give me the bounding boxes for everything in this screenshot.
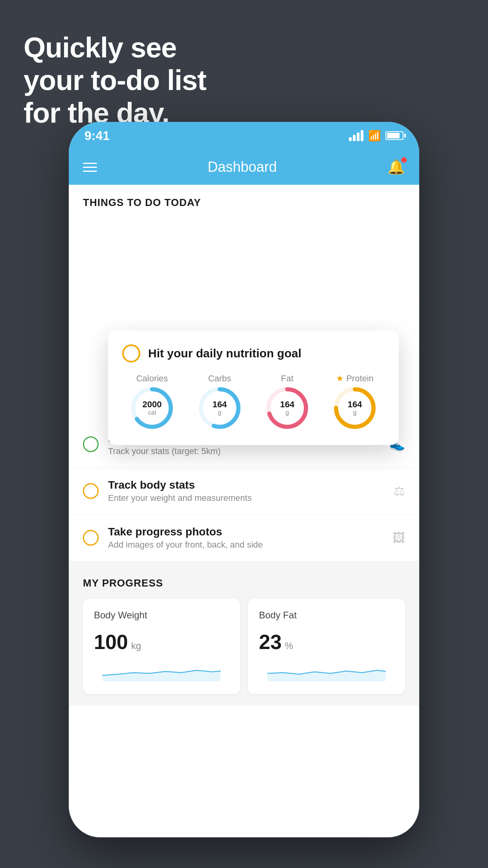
wifi-icon: 📶 — [368, 130, 381, 142]
protein-donut: 164 g — [334, 387, 376, 429]
progress-cards: Body Weight 100 kg Body Fat 23 % — [83, 599, 405, 694]
things-heading: THINGS TO DO TODAY — [83, 197, 405, 209]
todo-title-body-stats: Track body stats — [108, 479, 384, 491]
todo-circle-running — [83, 436, 99, 452]
nutrition-protein: ★Protein 164 g — [334, 373, 376, 429]
body-weight-unit: kg — [131, 640, 141, 651]
signal-icon — [349, 130, 363, 141]
calories-donut: 2000 cal — [131, 387, 173, 429]
todo-subtitle-body-stats: Enter your weight and measurements — [108, 493, 384, 503]
todo-item-photos[interactable]: Take progress photos Add images of your … — [69, 515, 419, 561]
progress-heading: MY PROGRESS — [83, 577, 405, 589]
nutrition-calories: Calories 2000 cal — [131, 373, 173, 429]
nutrition-carbs-label: Carbs — [208, 373, 231, 384]
body-fat-sparkline — [259, 662, 394, 681]
status-icons: 📶 — [349, 130, 404, 142]
nutrition-grid: Calories 2000 cal Carbs — [122, 373, 385, 429]
nutrition-calories-label: Calories — [136, 373, 168, 384]
todo-circle-photos — [83, 530, 99, 546]
todo-subtitle-photos: Add images of your front, back, and side — [108, 540, 383, 550]
nutrition-carbs: Carbs 164 g — [198, 373, 241, 429]
body-weight-value-row: 100 kg — [94, 630, 229, 654]
star-icon: ★ — [336, 373, 344, 384]
body-weight-value: 100 — [94, 630, 128, 654]
notification-dot — [401, 157, 407, 163]
status-time: 9:41 — [84, 129, 110, 143]
todo-item-body-stats[interactable]: Track body stats Enter your weight and m… — [69, 468, 419, 515]
scale-icon: ⚖ — [394, 484, 405, 498]
person-icon: 🖼 — [393, 531, 405, 545]
battery-icon — [385, 131, 404, 140]
body-fat-title: Body Fat — [259, 610, 394, 621]
body-fat-unit: % — [285, 640, 293, 651]
header-title: Dashboard — [207, 159, 277, 175]
body-fat-value-row: 23 % — [259, 630, 394, 654]
progress-section: MY PROGRESS Body Weight 100 kg Body Fat … — [69, 561, 419, 706]
hamburger-menu[interactable] — [83, 163, 97, 172]
card-checkbox[interactable] — [122, 344, 140, 362]
headline: Quickly see your to-do list for the day. — [24, 31, 206, 129]
body-weight-title: Body Weight — [94, 610, 229, 621]
body-weight-sparkline — [94, 662, 229, 681]
status-bar: 9:41 📶 — [69, 122, 419, 149]
floating-card: Hit your daily nutrition goal Calories 2… — [108, 330, 399, 445]
body-weight-card: Body Weight 100 kg — [83, 599, 240, 694]
phone-mockup: 9:41 📶 Dashboard 🔔 THINGS T — [69, 122, 419, 837]
headline-line1: Quickly see — [24, 31, 206, 64]
todo-circle-body-stats — [83, 483, 99, 499]
card-title: Hit your daily nutrition goal — [148, 347, 301, 360]
things-section: THINGS TO DO TODAY — [69, 185, 419, 209]
todo-subtitle-running: Track your stats (target: 5km) — [108, 446, 380, 456]
headline-line2: your to-do list — [24, 64, 206, 97]
app-header: Dashboard 🔔 — [69, 149, 419, 185]
notification-bell[interactable]: 🔔 — [387, 159, 405, 175]
nutrition-protein-label: ★Protein — [336, 373, 374, 384]
carbs-donut: 164 g — [198, 387, 241, 429]
card-title-row: Hit your daily nutrition goal — [122, 344, 385, 362]
todo-title-photos: Take progress photos — [108, 526, 383, 538]
fat-donut: 164 g — [266, 387, 308, 429]
body-fat-value: 23 — [259, 630, 282, 654]
nutrition-fat: Fat 164 g — [266, 373, 308, 429]
nutrition-fat-label: Fat — [281, 373, 294, 384]
body-fat-card: Body Fat 23 % — [248, 599, 405, 694]
